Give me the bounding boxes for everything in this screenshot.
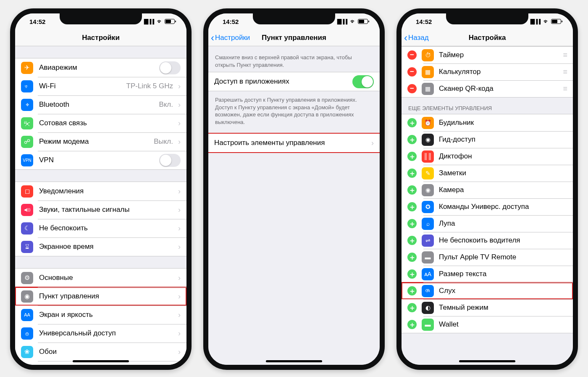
chevron-right-icon: › [178, 119, 181, 128]
toggle-switch[interactable] [159, 61, 181, 74]
control-label: Сканер QR-кода [439, 84, 494, 93]
cell-label: Доступ в приложениях [214, 77, 352, 86]
chevron-right-icon: › [178, 292, 181, 301]
app-icon: ◻︎ [21, 185, 33, 198]
remove-button[interactable]: − [407, 67, 417, 76]
add-button[interactable]: ＋ [407, 269, 417, 279]
settings-row[interactable]: AAЭкран и яркость› [15, 306, 186, 324]
cell-label: Режим модема [39, 137, 154, 146]
more-control-row[interactable]: ＋⇌Не беспокоить водителя [402, 232, 573, 249]
included-control-row[interactable]: −▦Сканер QR-кода≡ [402, 80, 573, 97]
control-icon: ⏰ [422, 117, 434, 129]
home-indicator[interactable] [459, 360, 515, 362]
chevron-right-icon: › [178, 224, 181, 233]
app-icon: ☾ [21, 222, 33, 235]
add-button[interactable]: ＋ [407, 303, 417, 312]
wifi-icon: ᯤ [350, 18, 356, 25]
settings-row[interactable]: ⏧Сотовая связь› [15, 114, 186, 132]
add-button[interactable]: ＋ [407, 286, 417, 295]
page-title: Настройка [469, 34, 506, 42]
settings-row[interactable]: ⚙︎Основные› [15, 269, 186, 287]
settings-row[interactable]: ◉Пункт управления› [15, 287, 186, 306]
settings-row[interactable]: ✈︎Авиарежим [15, 58, 186, 77]
control-label: Таймер [439, 51, 464, 59]
signal-icon: █▌▌▌ [144, 19, 155, 24]
phone-control-center: 14:52 █▌▌▌ ᯤ ‹ Настройки Пункт управлени… [203, 8, 385, 370]
control-icon: ✎ [422, 167, 434, 179]
control-icon: ᴀA [422, 268, 434, 280]
add-button[interactable]: ＋ [407, 236, 417, 245]
battery-icon [551, 19, 561, 24]
reorder-handle-icon[interactable]: ≡ [563, 68, 567, 76]
back-label: Назад [408, 34, 429, 42]
app-icon: VPN [21, 154, 33, 166]
remove-button[interactable]: − [407, 50, 417, 60]
add-button[interactable]: ＋ [407, 253, 417, 262]
cell-label: Экранное время [39, 243, 176, 251]
more-control-row[interactable]: ＋⌕Лупа [402, 215, 573, 232]
nav-bar: ‹ Настройки Пункт управления [208, 29, 380, 46]
settings-row[interactable]: ❀Обои› [15, 343, 186, 361]
clock: 14:52 [416, 18, 432, 25]
control-icon: ෧ [422, 285, 434, 297]
more-control-row[interactable]: ＋✪Команды Универс. доступа [402, 198, 573, 215]
chevron-right-icon: › [178, 82, 181, 91]
more-control-row[interactable]: ＋⏰Будильник [402, 114, 573, 131]
settings-row[interactable]: VPNVPN [15, 151, 186, 169]
more-control-row[interactable]: ＋ᴀAРазмер текста [402, 266, 573, 282]
cell-label: Звуки, тактильные сигналы [39, 206, 176, 214]
control-icon: ▦ [422, 83, 434, 95]
chevron-right-icon: › [178, 329, 181, 338]
add-button[interactable]: ＋ [407, 202, 417, 211]
cell-label: Основные [39, 274, 176, 282]
reorder-handle-icon[interactable]: ≡ [563, 84, 567, 93]
settings-row[interactable]: ⌛︎Экранное время› [15, 237, 186, 256]
control-label: Камера [439, 186, 464, 194]
access-in-apps-row[interactable]: Доступ в приложениях [208, 72, 380, 91]
control-icon: ⏱ [422, 49, 434, 61]
page-title: Настройки [82, 34, 120, 42]
back-button[interactable]: ‹ Настройки [211, 33, 250, 43]
home-indicator[interactable] [266, 360, 322, 362]
more-control-row[interactable]: ＋෧Слух [402, 282, 573, 299]
chevron-left-icon: ‹ [404, 33, 407, 43]
settings-row[interactable]: ᯤWi-FiTP-Link 5 GHz› [15, 77, 186, 95]
more-controls-header: ЕЩЕ ЭЛЕМЕНТЫ УПРАВЛЕНИЯ [402, 98, 573, 114]
cell-value: Вкл. [159, 100, 173, 109]
control-label: Wallet [439, 320, 459, 329]
back-button[interactable]: ‹ Назад [404, 33, 429, 43]
more-control-row[interactable]: ＋◉Камера [402, 182, 573, 198]
add-button[interactable]: ＋ [407, 135, 417, 144]
more-control-row[interactable]: ＋✎Заметки [402, 165, 573, 182]
settings-row[interactable]: ⌖BluetoothВкл.› [15, 95, 186, 114]
toggle-switch[interactable] [352, 75, 374, 88]
settings-row[interactable]: ☾Не беспокоить› [15, 219, 186, 237]
add-button[interactable]: ＋ [407, 152, 417, 161]
chevron-right-icon: › [178, 100, 181, 109]
remove-button[interactable]: − [407, 84, 417, 93]
more-control-row[interactable]: ＋▬Wallet [402, 316, 573, 333]
home-indicator[interactable] [73, 360, 129, 362]
app-icon: ☍ [21, 136, 33, 148]
reorder-handle-icon[interactable]: ≡ [563, 51, 567, 60]
add-button[interactable]: ＋ [407, 185, 417, 195]
add-button[interactable]: ＋ [407, 320, 417, 329]
more-control-row[interactable]: ＋▬Пульт Apple TV Remote [402, 249, 573, 266]
more-control-row[interactable]: ＋║║Диктофон [402, 148, 573, 165]
settings-row[interactable]: ◀︎)))Звуки, тактильные сигналы› [15, 200, 186, 219]
settings-row[interactable]: ⌾Универсальный доступ› [15, 324, 186, 343]
toggle-switch[interactable] [159, 154, 181, 167]
included-control-row[interactable]: −⏱Таймер≡ [402, 47, 573, 63]
included-control-row[interactable]: −▦Калькулятор≡ [402, 63, 573, 80]
back-label: Настройки [215, 34, 250, 42]
settings-row[interactable]: ☍Режим модемаВыкл.› [15, 132, 186, 151]
control-icon: ▬ [422, 319, 434, 331]
add-button[interactable]: ＋ [407, 219, 417, 228]
add-button[interactable]: ＋ [407, 169, 417, 178]
more-control-row[interactable]: ＋◉Гид-доступ [402, 131, 573, 148]
configure-controls-row[interactable]: Настроить элементы управления › [208, 134, 380, 152]
add-button[interactable]: ＋ [407, 118, 417, 127]
settings-row[interactable]: ◻︎Уведомления› [15, 182, 186, 200]
control-icon: ◉ [422, 134, 434, 146]
more-control-row[interactable]: ＋◐Темный режим [402, 299, 573, 316]
